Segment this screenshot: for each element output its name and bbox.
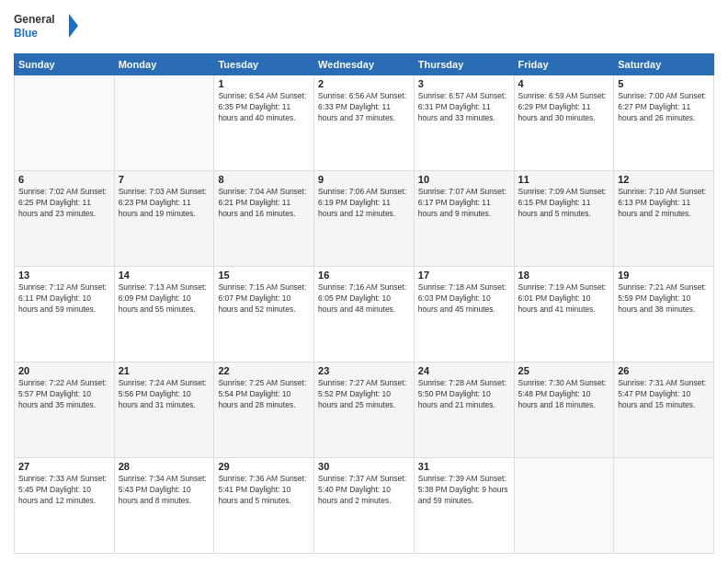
day-number: 22 — [218, 365, 310, 376]
week-row-3: 13Sunrise: 7:12 AM Sunset: 6:11 PM Dayli… — [15, 267, 714, 362]
day-info: Sunrise: 7:37 AM Sunset: 5:40 PM Dayligh… — [318, 474, 410, 507]
day-number: 30 — [318, 461, 410, 472]
day-info: Sunrise: 7:33 AM Sunset: 5:45 PM Dayligh… — [18, 474, 110, 507]
day-cell — [614, 458, 714, 554]
day-cell: 27Sunrise: 7:33 AM Sunset: 5:45 PM Dayli… — [15, 458, 115, 554]
day-cell: 25Sunrise: 7:30 AM Sunset: 5:48 PM Dayli… — [514, 362, 614, 458]
day-cell: 21Sunrise: 7:24 AM Sunset: 5:56 PM Dayli… — [114, 362, 214, 458]
day-info: Sunrise: 6:54 AM Sunset: 6:35 PM Dayligh… — [218, 91, 310, 124]
day-number: 21 — [119, 365, 210, 376]
day-number: 18 — [518, 270, 610, 281]
day-number: 10 — [418, 174, 510, 185]
day-info: Sunrise: 7:30 AM Sunset: 5:48 PM Dayligh… — [518, 378, 610, 411]
day-info: Sunrise: 7:34 AM Sunset: 5:43 PM Dayligh… — [119, 474, 210, 507]
day-cell: 20Sunrise: 7:22 AM Sunset: 5:57 PM Dayli… — [15, 362, 115, 458]
day-cell: 5Sunrise: 7:00 AM Sunset: 6:27 PM Daylig… — [614, 75, 714, 171]
header: General Blue — [14, 9, 714, 46]
day-number: 11 — [518, 174, 610, 185]
day-cell: 12Sunrise: 7:10 AM Sunset: 6:13 PM Dayli… — [614, 171, 714, 267]
day-number: 3 — [418, 78, 510, 89]
day-cell: 26Sunrise: 7:31 AM Sunset: 5:47 PM Dayli… — [614, 362, 714, 458]
day-cell: 9Sunrise: 7:06 AM Sunset: 6:19 PM Daylig… — [314, 171, 415, 267]
day-info: Sunrise: 7:02 AM Sunset: 6:25 PM Dayligh… — [18, 187, 110, 220]
svg-marker-2 — [69, 14, 78, 38]
day-info: Sunrise: 7:36 AM Sunset: 5:41 PM Dayligh… — [218, 474, 310, 507]
day-info: Sunrise: 7:31 AM Sunset: 5:47 PM Dayligh… — [618, 378, 710, 411]
day-number: 4 — [518, 78, 610, 89]
day-info: Sunrise: 7:21 AM Sunset: 5:59 PM Dayligh… — [618, 282, 710, 316]
week-row-5: 27Sunrise: 7:33 AM Sunset: 5:45 PM Dayli… — [15, 458, 714, 554]
day-number: 13 — [18, 270, 110, 281]
day-info: Sunrise: 7:10 AM Sunset: 6:13 PM Dayligh… — [618, 187, 710, 220]
day-info: Sunrise: 7:24 AM Sunset: 5:56 PM Dayligh… — [119, 378, 210, 411]
day-info: Sunrise: 7:16 AM Sunset: 6:05 PM Dayligh… — [318, 282, 410, 316]
week-row-1: 1Sunrise: 6:54 AM Sunset: 6:35 PM Daylig… — [15, 75, 714, 171]
day-cell: 22Sunrise: 7:25 AM Sunset: 5:54 PM Dayli… — [214, 362, 314, 458]
day-number: 2 — [318, 78, 410, 89]
day-info: Sunrise: 7:03 AM Sunset: 6:23 PM Dayligh… — [119, 187, 210, 220]
day-number: 6 — [18, 174, 110, 185]
day-info: Sunrise: 6:57 AM Sunset: 6:31 PM Dayligh… — [418, 91, 510, 124]
day-cell: 23Sunrise: 7:27 AM Sunset: 5:52 PM Dayli… — [314, 362, 415, 458]
day-number: 14 — [119, 270, 210, 281]
weekday-monday: Monday — [114, 54, 214, 75]
day-number: 8 — [218, 174, 310, 185]
day-info: Sunrise: 6:59 AM Sunset: 6:29 PM Dayligh… — [518, 91, 610, 124]
day-info: Sunrise: 7:19 AM Sunset: 6:01 PM Dayligh… — [518, 282, 610, 316]
day-cell: 19Sunrise: 7:21 AM Sunset: 5:59 PM Dayli… — [614, 267, 714, 362]
day-number: 15 — [218, 270, 310, 281]
calendar-body: 1Sunrise: 6:54 AM Sunset: 6:35 PM Daylig… — [15, 75, 714, 554]
day-info: Sunrise: 7:15 AM Sunset: 6:07 PM Dayligh… — [218, 282, 310, 316]
week-row-2: 6Sunrise: 7:02 AM Sunset: 6:25 PM Daylig… — [15, 171, 714, 267]
day-number: 24 — [418, 365, 510, 376]
day-cell — [114, 75, 214, 171]
weekday-thursday: Thursday — [414, 54, 514, 75]
day-number: 29 — [218, 461, 310, 472]
day-cell: 13Sunrise: 7:12 AM Sunset: 6:11 PM Dayli… — [15, 267, 115, 362]
day-number: 27 — [18, 461, 110, 472]
day-info: Sunrise: 7:06 AM Sunset: 6:19 PM Dayligh… — [318, 187, 410, 220]
day-info: Sunrise: 7:00 AM Sunset: 6:27 PM Dayligh… — [618, 91, 710, 124]
weekday-header-row: SundayMondayTuesdayWednesdayThursdayFrid… — [15, 54, 714, 75]
day-number: 31 — [418, 461, 510, 472]
day-cell: 17Sunrise: 7:18 AM Sunset: 6:03 PM Dayli… — [414, 267, 514, 362]
day-info: Sunrise: 7:04 AM Sunset: 6:21 PM Dayligh… — [218, 187, 310, 220]
weekday-saturday: Saturday — [614, 54, 714, 75]
logo: General Blue — [14, 9, 78, 46]
weekday-wednesday: Wednesday — [314, 54, 415, 75]
day-cell: 11Sunrise: 7:09 AM Sunset: 6:15 PM Dayli… — [514, 171, 614, 267]
svg-text:General: General — [14, 13, 55, 26]
day-info: Sunrise: 7:13 AM Sunset: 6:09 PM Dayligh… — [119, 282, 210, 316]
calendar-table: SundayMondayTuesdayWednesdayThursdayFrid… — [14, 53, 714, 554]
day-info: Sunrise: 7:25 AM Sunset: 5:54 PM Dayligh… — [218, 378, 310, 411]
day-info: Sunrise: 7:07 AM Sunset: 6:17 PM Dayligh… — [418, 187, 510, 220]
day-cell: 4Sunrise: 6:59 AM Sunset: 6:29 PM Daylig… — [514, 75, 614, 171]
weekday-tuesday: Tuesday — [214, 54, 314, 75]
day-number: 26 — [618, 365, 710, 376]
day-cell: 1Sunrise: 6:54 AM Sunset: 6:35 PM Daylig… — [214, 75, 314, 171]
day-info: Sunrise: 7:18 AM Sunset: 6:03 PM Dayligh… — [418, 282, 510, 316]
day-number: 19 — [618, 270, 710, 281]
day-number: 9 — [318, 174, 410, 185]
day-info: Sunrise: 7:12 AM Sunset: 6:11 PM Dayligh… — [18, 282, 110, 316]
day-cell — [514, 458, 614, 554]
calendar-page: General Blue SundayMondayTuesdayWednesda… — [0, 0, 728, 563]
day-cell: 31Sunrise: 7:39 AM Sunset: 5:38 PM Dayli… — [414, 458, 514, 554]
day-cell: 18Sunrise: 7:19 AM Sunset: 6:01 PM Dayli… — [514, 267, 614, 362]
logo-svg: General Blue — [14, 9, 78, 46]
day-info: Sunrise: 6:56 AM Sunset: 6:33 PM Dayligh… — [318, 91, 410, 124]
day-cell: 30Sunrise: 7:37 AM Sunset: 5:40 PM Dayli… — [314, 458, 415, 554]
day-cell: 14Sunrise: 7:13 AM Sunset: 6:09 PM Dayli… — [114, 267, 214, 362]
day-cell: 6Sunrise: 7:02 AM Sunset: 6:25 PM Daylig… — [15, 171, 115, 267]
weekday-friday: Friday — [514, 54, 614, 75]
day-number: 28 — [119, 461, 210, 472]
day-number: 23 — [318, 365, 410, 376]
day-info: Sunrise: 7:28 AM Sunset: 5:50 PM Dayligh… — [418, 378, 510, 411]
day-number: 1 — [218, 78, 310, 89]
day-number: 25 — [518, 365, 610, 376]
day-cell: 24Sunrise: 7:28 AM Sunset: 5:50 PM Dayli… — [414, 362, 514, 458]
svg-text:Blue: Blue — [14, 27, 38, 40]
day-number: 17 — [418, 270, 510, 281]
day-cell: 16Sunrise: 7:16 AM Sunset: 6:05 PM Dayli… — [314, 267, 415, 362]
day-number: 20 — [18, 365, 110, 376]
